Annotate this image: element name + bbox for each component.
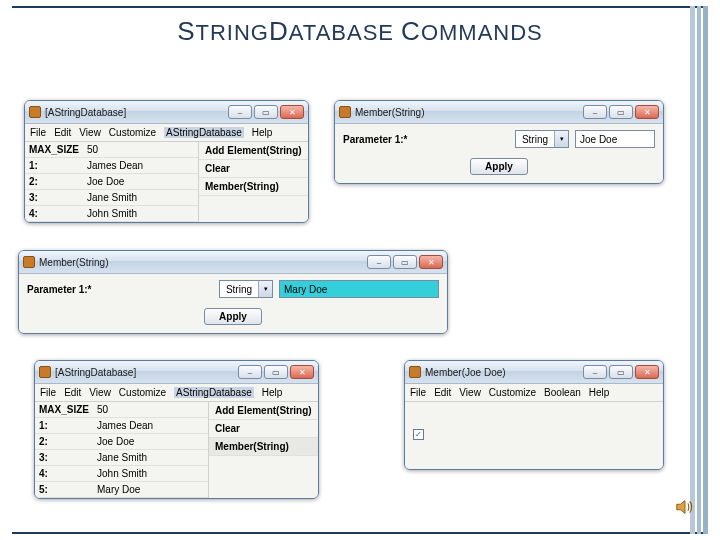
chevron-down-icon[interactable]: ▾ bbox=[258, 281, 272, 297]
close-button[interactable]: ✕ bbox=[635, 365, 659, 379]
parameter-label: Parameter 1:* bbox=[343, 134, 407, 145]
close-button[interactable]: ✕ bbox=[280, 105, 304, 119]
menu-edit[interactable]: Edit bbox=[54, 127, 71, 138]
minimize-button[interactable]: – bbox=[583, 105, 607, 119]
side-stripes bbox=[690, 6, 708, 534]
titlebar[interactable]: [AStringDatabase] – ▭ ✕ bbox=[25, 101, 308, 123]
row-value-field[interactable] bbox=[87, 208, 194, 219]
type-value: String bbox=[220, 284, 258, 295]
titlebar[interactable]: [AStringDatabase] – ▭ ✕ bbox=[35, 361, 318, 383]
result-checkbox[interactable]: ✓ bbox=[413, 429, 424, 440]
row-index: 4: bbox=[25, 206, 83, 222]
window-title: [AStringDatabase] bbox=[45, 107, 224, 118]
menu-edit[interactable]: Edit bbox=[64, 387, 81, 398]
maximize-button[interactable]: ▭ bbox=[609, 365, 633, 379]
menu-help[interactable]: Help bbox=[252, 127, 273, 138]
row-index: 3: bbox=[35, 450, 93, 466]
menu-view[interactable]: View bbox=[79, 127, 101, 138]
type-combobox[interactable]: String ▾ bbox=[219, 280, 273, 298]
row-index: 2: bbox=[25, 174, 83, 190]
row-value-field[interactable] bbox=[97, 452, 204, 463]
minimize-button[interactable]: – bbox=[367, 255, 391, 269]
row-index: 3: bbox=[25, 190, 83, 206]
menubar[interactable]: File Edit View Customize Boolean Help bbox=[405, 384, 663, 402]
maximize-button[interactable]: ▭ bbox=[264, 365, 288, 379]
row-value-field[interactable] bbox=[97, 468, 204, 479]
cmd-clear[interactable]: Clear bbox=[199, 160, 308, 178]
maxsize-field[interactable] bbox=[97, 404, 204, 415]
java-icon bbox=[23, 256, 35, 268]
parameter-value-field[interactable] bbox=[279, 280, 439, 298]
window-title: Member(Joe Doe) bbox=[425, 367, 579, 378]
menu-file[interactable]: File bbox=[410, 387, 426, 398]
cmd-member[interactable]: Member(String) bbox=[199, 178, 308, 196]
row-index: 4: bbox=[35, 466, 93, 482]
menu-view[interactable]: View bbox=[459, 387, 481, 398]
menubar[interactable]: File Edit View Customize AStringDatabase… bbox=[25, 124, 308, 142]
menu-help[interactable]: Help bbox=[262, 387, 283, 398]
window-title: Member(String) bbox=[355, 107, 579, 118]
menu-astringdatabase[interactable]: AStringDatabase bbox=[174, 387, 254, 398]
row-index: 2: bbox=[35, 434, 93, 450]
menu-edit[interactable]: Edit bbox=[434, 387, 451, 398]
minimize-button[interactable]: – bbox=[583, 365, 607, 379]
menu-customize[interactable]: Customize bbox=[119, 387, 166, 398]
parameter-value-field[interactable] bbox=[575, 130, 655, 148]
menu-view[interactable]: View bbox=[89, 387, 111, 398]
maxsize-label: MAX_SIZE bbox=[35, 402, 93, 418]
menu-boolean[interactable]: Boolean bbox=[544, 387, 581, 398]
cmd-clear[interactable]: Clear bbox=[209, 420, 318, 438]
row-value-field[interactable] bbox=[97, 436, 204, 447]
cmd-add-element[interactable]: Add Element(String) bbox=[209, 402, 318, 420]
row-index: 1: bbox=[25, 158, 83, 174]
maxsize-field[interactable] bbox=[87, 144, 194, 155]
window-title: Member(String) bbox=[39, 257, 363, 268]
titlebar[interactable]: Member(String) – ▭ ✕ bbox=[19, 251, 447, 273]
menu-customize[interactable]: Customize bbox=[109, 127, 156, 138]
row-value-field[interactable] bbox=[87, 192, 194, 203]
menu-astringdatabase[interactable]: AStringDatabase bbox=[164, 127, 244, 138]
menu-file[interactable]: File bbox=[30, 127, 46, 138]
close-button[interactable]: ✕ bbox=[635, 105, 659, 119]
row-value-field[interactable] bbox=[87, 160, 194, 171]
row-index: 1: bbox=[35, 418, 93, 434]
row-value-field[interactable] bbox=[97, 484, 204, 495]
maximize-button[interactable]: ▭ bbox=[393, 255, 417, 269]
apply-button[interactable]: Apply bbox=[470, 158, 528, 175]
type-combobox[interactable]: String ▾ bbox=[515, 130, 569, 148]
chevron-down-icon[interactable]: ▾ bbox=[554, 131, 568, 147]
menu-customize[interactable]: Customize bbox=[489, 387, 536, 398]
menu-help[interactable]: Help bbox=[589, 387, 610, 398]
type-value: String bbox=[516, 134, 554, 145]
cmd-add-element[interactable]: Add Element(String) bbox=[199, 142, 308, 160]
close-button[interactable]: ✕ bbox=[290, 365, 314, 379]
titlebar[interactable]: Member(Joe Doe) – ▭ ✕ bbox=[405, 361, 663, 383]
row-index: 5: bbox=[35, 482, 93, 498]
minimize-button[interactable]: – bbox=[238, 365, 262, 379]
menubar[interactable]: File Edit View Customize AStringDatabase… bbox=[35, 384, 318, 402]
slide-title: STRINGDATABASE COMMANDS bbox=[0, 16, 720, 47]
java-icon bbox=[29, 106, 41, 118]
window-member-string-1: Member(String) – ▭ ✕ Parameter 1:* Strin… bbox=[334, 100, 664, 184]
row-value-field[interactable] bbox=[97, 420, 204, 431]
window-astringdatabase-2: [AStringDatabase] – ▭ ✕ File Edit View C… bbox=[34, 360, 319, 499]
window-member-string-2: Member(String) – ▭ ✕ Parameter 1:* Strin… bbox=[18, 250, 448, 334]
window-title: [AStringDatabase] bbox=[55, 367, 234, 378]
row-value-field[interactable] bbox=[87, 176, 194, 187]
window-astringdatabase-1: [AStringDatabase] – ▭ ✕ File Edit View C… bbox=[24, 100, 309, 223]
parameter-label: Parameter 1:* bbox=[27, 284, 91, 295]
cmd-member[interactable]: Member(String) bbox=[209, 438, 318, 456]
java-icon bbox=[39, 366, 51, 378]
maxsize-label: MAX_SIZE bbox=[25, 142, 83, 158]
window-member-result: Member(Joe Doe) – ▭ ✕ File Edit View Cus… bbox=[404, 360, 664, 470]
minimize-button[interactable]: – bbox=[228, 105, 252, 119]
menu-file[interactable]: File bbox=[40, 387, 56, 398]
maximize-button[interactable]: ▭ bbox=[609, 105, 633, 119]
close-button[interactable]: ✕ bbox=[419, 255, 443, 269]
maximize-button[interactable]: ▭ bbox=[254, 105, 278, 119]
titlebar[interactable]: Member(String) – ▭ ✕ bbox=[335, 101, 663, 123]
java-icon bbox=[409, 366, 421, 378]
java-icon bbox=[339, 106, 351, 118]
speaker-icon bbox=[674, 496, 696, 518]
apply-button[interactable]: Apply bbox=[204, 308, 262, 325]
